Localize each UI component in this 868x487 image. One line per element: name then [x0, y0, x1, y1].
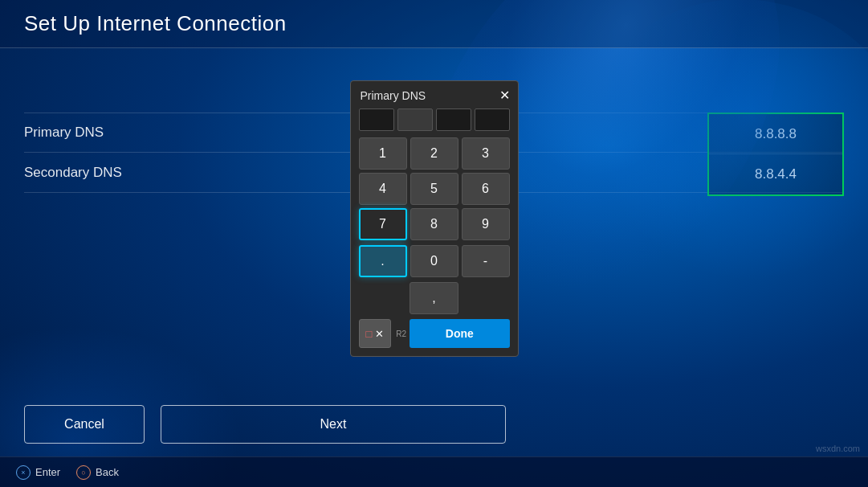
numpad-key-1[interactable]: 1: [359, 137, 407, 170]
r2-label: R2: [396, 329, 406, 338]
numpad-input-row: [359, 108, 510, 131]
footer-hint-bar: × Enter ○ Back: [0, 456, 868, 487]
primary-dns-label: Primary DNS: [24, 125, 185, 141]
numpad-dialog: Primary DNS ✕ 1 2 3 4 5 6 7 8 9 . 0 - , …: [350, 80, 519, 357]
backspace-icon: □: [366, 328, 373, 340]
enter-hint-label: Enter: [35, 466, 60, 478]
numpad-key-9[interactable]: 9: [462, 208, 510, 240]
top-bar: Set Up Internet Connection: [0, 0, 868, 48]
numpad-title: Primary DNS: [359, 89, 510, 102]
numpad-key-6[interactable]: 6: [462, 173, 510, 205]
page-title: Set Up Internet Connection: [24, 11, 287, 36]
watermark: wsxdn.com: [816, 444, 860, 453]
numpad-key-7[interactable]: 7: [359, 208, 407, 240]
numpad-backspace-button[interactable]: □ ✕: [359, 319, 392, 348]
numpad-key-comma[interactable]: ,: [410, 282, 458, 314]
backspace-x: ✕: [375, 328, 384, 340]
back-hint-label: Back: [96, 466, 119, 478]
numpad-key-5[interactable]: 5: [410, 173, 458, 205]
numpad-seg-4[interactable]: [475, 108, 510, 131]
enter-hint: × Enter: [16, 465, 60, 480]
numpad-comma-row: ,: [359, 282, 510, 314]
cancel-button[interactable]: Cancel: [24, 405, 145, 444]
bottom-buttons-area: Cancel Next: [0, 392, 868, 456]
back-hint: ○ Back: [76, 465, 119, 480]
numpad-action-row: □ ✕ R2 Done: [359, 319, 510, 348]
numpad-key-0[interactable]: 0: [410, 245, 458, 277]
numpad-bottom-row: . 0 -: [359, 245, 510, 277]
numpad-close-button[interactable]: ✕: [499, 88, 510, 103]
circle-icon: ○: [76, 465, 91, 480]
numpad-done-button[interactable]: Done: [410, 319, 509, 348]
numpad-grid: 1 2 3 4 5 6 7 8 9: [359, 137, 510, 240]
cross-icon: ×: [16, 465, 31, 480]
numpad-key-8[interactable]: 8: [410, 208, 458, 240]
numpad-key-4[interactable]: 4: [359, 173, 407, 205]
numpad-key-dot[interactable]: .: [359, 245, 407, 277]
numpad-key-dash[interactable]: -: [462, 245, 510, 277]
secondary-dns-label: Secondary DNS: [24, 165, 185, 181]
numpad-seg-3[interactable]: [436, 108, 471, 131]
numpad-key-2[interactable]: 2: [410, 137, 458, 170]
numpad-key-3[interactable]: 3: [462, 137, 510, 170]
numpad-seg-2[interactable]: [397, 108, 433, 131]
next-button[interactable]: Next: [161, 405, 506, 444]
numpad-seg-1[interactable]: [359, 108, 394, 131]
